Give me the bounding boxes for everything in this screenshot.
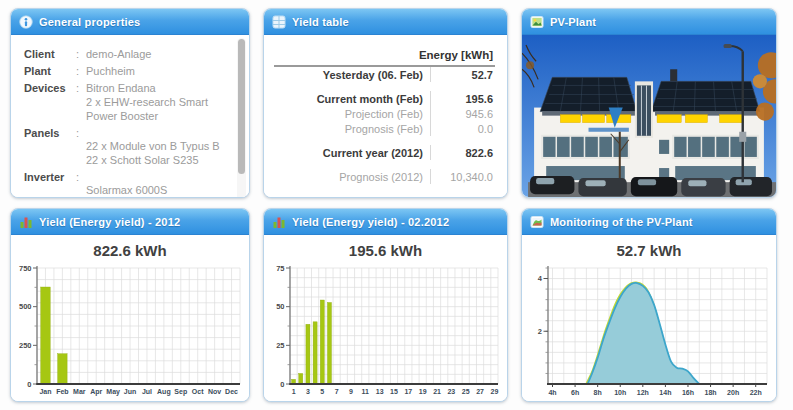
svg-text:23: 23 — [447, 388, 455, 395]
panel-yield-yearly: Yield (Energy yield) - 2012 822.6 kWh 02… — [10, 208, 250, 402]
svg-text:Jan: Jan — [39, 388, 51, 395]
row-value: 195.6 — [430, 91, 495, 106]
row-value: 945.6 — [430, 106, 495, 121]
svg-text:1: 1 — [292, 388, 296, 395]
panel-header-yield-monthly: Yield (Energy yield) - 02.2012 — [264, 209, 507, 235]
svg-text:10h: 10h — [614, 389, 626, 396]
svg-text:250: 250 — [19, 341, 32, 350]
svg-text:50: 50 — [276, 302, 284, 311]
property-row-client: Client : demo-Anlage — [24, 47, 229, 61]
svg-text:750: 750 — [19, 264, 32, 273]
svg-text:Apr: Apr — [90, 388, 102, 396]
table-row: Prognosis (2012) 10,340.0 — [274, 169, 495, 184]
svg-text:19: 19 — [419, 388, 427, 395]
svg-text:27: 27 — [476, 388, 484, 395]
property-label: Client — [24, 47, 76, 61]
monthly-bar-chart: 02550751357911131517192123252729 — [264, 261, 507, 401]
property-row-inverter: Inverter : Solarmax 6000S — [24, 170, 229, 197]
chart-total-value: 52.7 kWh — [522, 235, 776, 261]
property-value: 2 x EHW-research Smart — [86, 95, 208, 109]
svg-text:4h: 4h — [548, 389, 556, 396]
svg-text:Oct: Oct — [192, 388, 204, 395]
bar-chart-icon — [19, 215, 33, 229]
panel-header-yield-yearly: Yield (Energy yield) - 2012 — [11, 209, 249, 235]
svg-text:7: 7 — [335, 388, 339, 395]
colon: : — [76, 64, 86, 78]
row-label: Yesterday (06. Feb) — [274, 69, 430, 81]
property-row-panels: Panels : 22 x Module von B Typus B 22 x … — [24, 126, 229, 167]
property-value: Puchheim — [86, 65, 135, 77]
svg-text:11: 11 — [362, 388, 370, 395]
table-row: Projection (Feb) 945.6 — [274, 106, 495, 121]
panel-title: Yield table — [292, 16, 349, 28]
monthly-chart-container: 195.6 kWh 025507513579111315171921232527… — [264, 235, 507, 401]
pv-plant-photo — [522, 35, 776, 198]
svg-text:6h: 6h — [571, 389, 579, 396]
chart-total-value: 822.6 kWh — [11, 235, 249, 261]
colon: : — [76, 126, 86, 167]
yearly-bar-chart: 0250500750JanFebMarAprMayJunJulAugSepOct… — [11, 261, 249, 401]
svg-text:17: 17 — [404, 388, 412, 395]
svg-text:0: 0 — [280, 380, 284, 389]
svg-text:20h: 20h — [727, 389, 739, 396]
row-value: 822.6 — [430, 145, 495, 160]
svg-text:Aug: Aug — [157, 388, 171, 396]
chart-total-value: 195.6 kWh — [264, 235, 507, 261]
property-value: 22 x Schott Solar S235 — [86, 153, 220, 167]
table-row: Prognosis (Feb) 0.0 — [274, 121, 495, 136]
info-icon — [19, 15, 33, 29]
svg-text:Feb: Feb — [56, 388, 68, 395]
panel-header-general-properties: General properties — [11, 9, 249, 35]
panel-pv-plant: PV-Plant — [521, 8, 777, 198]
row-value: 52.7 — [430, 67, 495, 82]
panel-yield-monthly: Yield (Energy yield) - 02.2012 195.6 kWh… — [263, 208, 508, 402]
row-value: 10,340.0 — [430, 169, 495, 184]
property-value — [86, 126, 220, 139]
colon: : — [76, 170, 86, 197]
svg-text:22h: 22h — [750, 389, 762, 396]
svg-text:Dec: Dec — [225, 388, 238, 395]
table-row: Yesterday (06. Feb) 52.7 — [274, 67, 495, 82]
svg-text:Sep: Sep — [174, 388, 187, 396]
scrollbar[interactable] — [237, 38, 246, 198]
row-label: Current month (Feb) — [274, 93, 430, 105]
colon: : — [76, 81, 86, 123]
panel-header-pv-plant: PV-Plant — [522, 9, 776, 35]
table-row: Current year (2012) 822.6 — [274, 145, 495, 160]
row-label: Prognosis (2012) — [274, 171, 430, 183]
monitoring-chart-container: 52.7 kWh 244h6h8h10h12h14h16h18h20h22h — [522, 235, 776, 401]
property-row-devices: Devices : Bitron Endana 2 x EHW-research… — [24, 81, 229, 123]
photo-icon — [530, 15, 544, 29]
panel-title: PV-Plant — [550, 16, 596, 28]
svg-text:29: 29 — [491, 388, 499, 395]
yearly-chart-container: 822.6 kWh 0250500750JanFebMarAprMayJunJu… — [11, 235, 249, 401]
svg-text:75: 75 — [276, 264, 284, 273]
line-chart-icon — [530, 215, 544, 229]
row-label: Projection (Feb) — [274, 108, 430, 120]
panel-title: Yield (Energy yield) - 2012 — [39, 216, 180, 228]
general-properties-body: Client : demo-Anlage Plant : Puchheim De… — [11, 35, 249, 198]
property-value: Power Booster — [86, 109, 208, 123]
property-label: Panels — [24, 126, 76, 167]
scrollbar-thumb[interactable] — [238, 39, 245, 174]
svg-text:3: 3 — [306, 388, 310, 395]
svg-text:14h: 14h — [659, 389, 671, 396]
property-label: Inverter — [24, 170, 76, 197]
property-value: 22 x Module von B Typus B — [86, 139, 220, 153]
property-value: Bitron Endana — [86, 81, 208, 95]
svg-text:Nov: Nov — [208, 388, 221, 395]
panel-yield-table: Yield table Energy [kWh] Yesterday (06. … — [263, 8, 508, 198]
panel-monitoring: Monitoring of the PV-Plant 52.7 kWh 244h… — [521, 208, 777, 402]
pv-plant-photo-illustration — [522, 35, 776, 198]
svg-text:18h: 18h — [705, 389, 717, 396]
svg-text:0: 0 — [27, 380, 31, 389]
property-value: Solarmax 6000S — [86, 183, 167, 197]
property-value: demo-Anlage — [86, 48, 151, 60]
pv-dashboard: General properties Client : demo-Anlage … — [0, 0, 793, 410]
table-icon — [272, 15, 286, 29]
svg-text:500: 500 — [19, 302, 32, 311]
panel-title: General properties — [39, 16, 140, 28]
svg-text:5: 5 — [320, 388, 324, 395]
svg-text:May: May — [106, 388, 120, 396]
svg-text:25: 25 — [276, 341, 284, 350]
